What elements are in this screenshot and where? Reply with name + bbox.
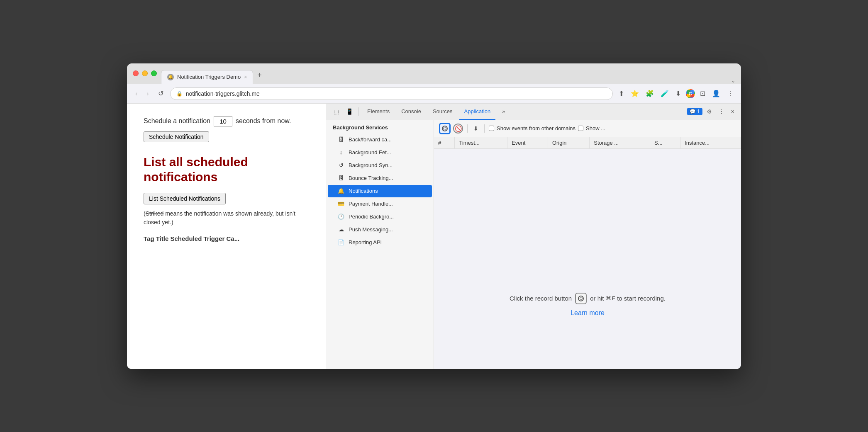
sync-icon: ↺ bbox=[338, 162, 344, 169]
traffic-lights bbox=[133, 70, 157, 80]
active-tab[interactable]: 🔔 Notification Triggers Demo × bbox=[161, 70, 253, 84]
extensions-button[interactable]: 🧩 bbox=[644, 88, 656, 99]
list-heading: List all scheduled notifications bbox=[144, 155, 309, 184]
sidebar-label-reporting-api: Reporting API bbox=[349, 239, 382, 245]
split-view-button[interactable]: ⊡ bbox=[698, 88, 707, 99]
schedule-suffix: seconds from now. bbox=[236, 117, 291, 125]
new-tab-button[interactable]: + bbox=[254, 68, 265, 84]
close-window-button[interactable] bbox=[133, 70, 139, 76]
google-search-button[interactable]: G bbox=[686, 89, 695, 98]
sidebar-item-periodic-background[interactable]: 🕐 Periodic Backgro... bbox=[328, 211, 432, 223]
export-button[interactable]: ⬇ bbox=[472, 124, 480, 133]
lock-icon: 🔒 bbox=[176, 91, 183, 97]
tab-sources[interactable]: Sources bbox=[428, 104, 458, 120]
sidebar-item-bounce-tracking[interactable]: 🗄 Bounce Tracking... bbox=[328, 172, 432, 184]
devtools-panel: ⬚ 📱 Elements Console Sources Application… bbox=[326, 104, 741, 369]
clock-icon: 🕐 bbox=[338, 214, 344, 220]
reload-button[interactable]: ↺ bbox=[156, 88, 166, 99]
devtools-more-icon[interactable]: ⋮ bbox=[716, 106, 727, 117]
cloud-icon: ☁ bbox=[338, 226, 344, 233]
sidebar-item-reporting-api[interactable]: 📄 Reporting API bbox=[328, 236, 432, 249]
tab-more[interactable]: » bbox=[497, 104, 510, 120]
tab-elements[interactable]: Elements bbox=[362, 104, 395, 120]
list-scheduled-notifications-button[interactable]: List Scheduled Notifications bbox=[144, 193, 226, 204]
settings-icon[interactable]: ⚙ bbox=[704, 106, 714, 117]
devtools-toolbar: ⬚ 📱 Elements Console Sources Application… bbox=[326, 104, 741, 120]
col-timestamp: Timest... bbox=[455, 137, 507, 149]
bookmark-button[interactable]: ⭐ bbox=[629, 88, 641, 99]
download-button[interactable]: ⬇ bbox=[674, 88, 683, 99]
webpage-content: Schedule a notification seconds from now… bbox=[127, 104, 326, 369]
learn-more-link[interactable]: Learn more bbox=[571, 309, 605, 317]
document-icon: 📄 bbox=[338, 239, 344, 246]
lab-icon-button[interactable]: 🧪 bbox=[659, 88, 671, 99]
col-instance: Instance... bbox=[680, 137, 741, 149]
sidebar-item-background-sync[interactable]: ↺ Background Syn... bbox=[328, 159, 432, 172]
menu-button[interactable]: ⋮ bbox=[725, 88, 735, 99]
bell-icon: 🔔 bbox=[338, 188, 344, 194]
address-bar[interactable]: 🔒 notification-triggers.glitch.me bbox=[170, 87, 613, 100]
sub-toolbar-divider bbox=[467, 124, 468, 133]
clear-button[interactable]: 🚫 bbox=[453, 124, 463, 133]
schedule-number-input[interactable] bbox=[214, 116, 232, 126]
show-extra-checkbox[interactable] bbox=[578, 126, 583, 131]
devtools-device-icon[interactable]: 📱 bbox=[344, 106, 355, 117]
sidebar-item-back-forward-cache[interactable]: 🗄 Back/forward ca... bbox=[328, 133, 432, 146]
schedule-text: Schedule a notification seconds from now… bbox=[144, 116, 309, 126]
recording-instruction: Click the record button or hit ⌘ E to st… bbox=[510, 293, 666, 304]
col-event: Event bbox=[507, 137, 548, 149]
schedule-section: Schedule a notification seconds from now… bbox=[144, 116, 309, 142]
sidebar-label-payment-handler: Payment Handle... bbox=[349, 201, 393, 207]
record-icon bbox=[442, 126, 448, 131]
tab-bar: 🔔 Notification Triggers Demo × + ⌄ bbox=[161, 68, 735, 84]
title-bar: 🔔 Notification Triggers Demo × + ⌄ bbox=[127, 63, 741, 84]
sidebar-label-bounce-tracking: Bounce Tracking... bbox=[349, 175, 393, 181]
recording-shortcut-prefix: or hit bbox=[590, 295, 604, 302]
devtools-sidebar: Background Services 🗄 Back/forward ca...… bbox=[326, 120, 434, 369]
profile-button[interactable]: 👤 bbox=[710, 88, 722, 99]
devtools-content: Background Services 🗄 Back/forward ca...… bbox=[326, 120, 741, 369]
record-button[interactable] bbox=[439, 123, 451, 134]
cmd-symbol: ⌘ bbox=[606, 295, 611, 301]
sidebar-item-background-fetch[interactable]: ↕ Background Fet... bbox=[328, 146, 432, 159]
share-button[interactable]: ⬆ bbox=[617, 88, 626, 99]
url-text: notification-triggers.glitch.me bbox=[186, 90, 260, 97]
show-other-domains-checkbox-label[interactable]: Show events from other domains bbox=[489, 125, 575, 131]
sidebar-label-periodic-background: Periodic Backgro... bbox=[349, 214, 394, 220]
nav-actions: ⬆ ⭐ 🧩 🧪 ⬇ G ⊡ 👤 ⋮ bbox=[617, 88, 735, 99]
notification-badge: 💬 1 bbox=[687, 108, 702, 115]
sub-toolbar-divider-2 bbox=[484, 124, 485, 133]
sidebar-label-background-sync: Background Syn... bbox=[349, 162, 393, 168]
events-table: # Timest... Event Origin Storage ... S..… bbox=[434, 137, 741, 149]
schedule-notification-button[interactable]: Schedule Notification bbox=[144, 131, 209, 142]
database-icon: 🗄 bbox=[338, 136, 344, 143]
table-header-row: Tag Title Scheduled Trigger Ca... bbox=[144, 235, 309, 242]
notification-count: 1 bbox=[697, 109, 700, 114]
tab-menu-arrow[interactable]: ⌄ bbox=[731, 78, 735, 84]
sidebar-item-notifications[interactable]: 🔔 Notifications bbox=[328, 185, 432, 197]
forward-button[interactable]: › bbox=[144, 88, 151, 99]
schedule-prefix: Schedule a notification bbox=[144, 117, 210, 125]
key-e: E bbox=[612, 295, 616, 301]
minimize-window-button[interactable] bbox=[142, 70, 148, 76]
sidebar-item-push-messaging[interactable]: ☁ Push Messaging... bbox=[328, 223, 432, 236]
sidebar-label-notifications: Notifications bbox=[349, 188, 378, 194]
tab-title: Notification Triggers Demo bbox=[177, 74, 241, 80]
back-button[interactable]: ‹ bbox=[133, 88, 140, 99]
maximize-window-button[interactable] bbox=[151, 70, 157, 76]
show-extra-checkbox-label[interactable]: Show ... bbox=[578, 125, 605, 131]
record-inner-sm-icon bbox=[578, 296, 584, 301]
tab-application[interactable]: Application bbox=[459, 104, 496, 120]
fetch-icon: ↕ bbox=[338, 149, 344, 156]
tab-favicon: 🔔 bbox=[167, 74, 174, 80]
tab-console[interactable]: Console bbox=[396, 104, 426, 120]
devtools-close-button[interactable]: × bbox=[729, 106, 737, 117]
sidebar-label-back-forward: Back/forward ca... bbox=[349, 136, 392, 143]
tab-close-button[interactable]: × bbox=[244, 74, 247, 80]
show-other-domains-checkbox[interactable] bbox=[489, 126, 494, 131]
devtools-selector-icon[interactable]: ⬚ bbox=[330, 106, 342, 117]
strikethrough-word: Striked bbox=[146, 210, 164, 217]
sidebar-item-payment-handler[interactable]: 💳 Payment Handle... bbox=[328, 198, 432, 210]
toolbar-divider bbox=[358, 107, 359, 116]
payment-icon: 💳 bbox=[338, 201, 344, 207]
